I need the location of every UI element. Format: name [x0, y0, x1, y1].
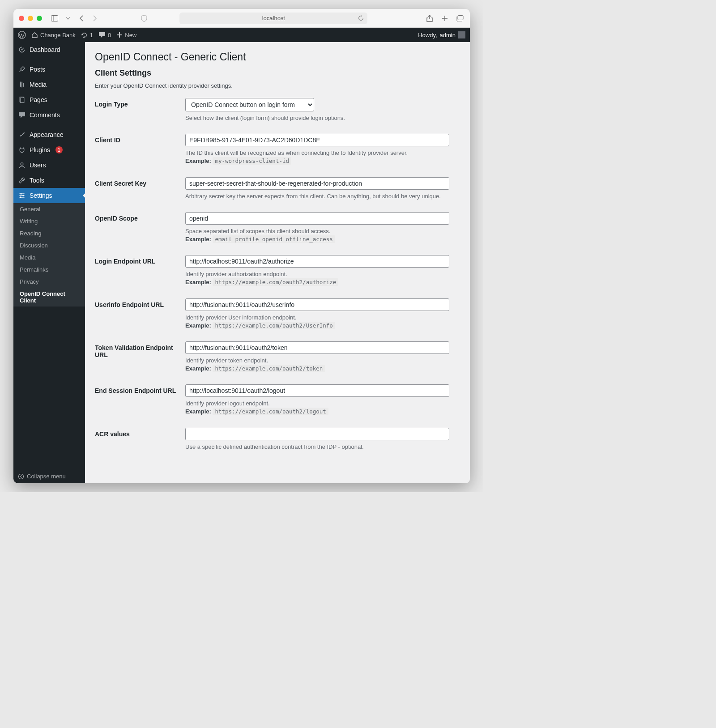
menu-label: Appearance: [30, 131, 64, 138]
menu-comments[interactable]: Comments: [13, 107, 85, 123]
token-endpoint-input[interactable]: [185, 341, 449, 354]
shield-icon[interactable]: [140, 14, 149, 23]
login-endpoint-input[interactable]: [185, 255, 449, 268]
wp-logo-icon[interactable]: [18, 31, 26, 39]
submenu-general[interactable]: General: [13, 203, 85, 215]
menu-dashboard[interactable]: Dashboard: [13, 42, 85, 57]
submenu-permalinks[interactable]: Permalinks: [13, 264, 85, 276]
svg-line-5: [22, 48, 24, 50]
menu-pages[interactable]: Pages: [13, 92, 85, 107]
menu-appearance[interactable]: Appearance: [13, 127, 85, 142]
page-title: OpenID Connect - Generic Client: [95, 51, 460, 63]
menu-label: Comments: [30, 111, 60, 119]
svg-point-7: [23, 86, 24, 87]
submenu-openid-connect-client[interactable]: OpenID Connect Client: [13, 288, 85, 307]
help-login-endpoint: Identify provider authorization endpoint…: [185, 270, 460, 286]
plug-icon: [18, 146, 26, 154]
share-icon[interactable]: [425, 14, 434, 23]
url-bar[interactable]: localhost: [179, 13, 367, 24]
close-window-button[interactable]: [19, 16, 24, 21]
label-client-id: Client ID: [95, 134, 180, 144]
submenu-discussion[interactable]: Discussion: [13, 239, 85, 251]
menu-label: Pages: [30, 96, 47, 103]
menu-label: Posts: [30, 66, 45, 73]
menu-media[interactable]: Media: [13, 77, 85, 92]
svg-point-10: [21, 163, 23, 166]
forward-button[interactable]: [90, 14, 99, 23]
new-label: New: [125, 32, 136, 38]
menu-settings[interactable]: Settings: [13, 188, 85, 203]
svg-rect-2: [458, 15, 463, 20]
userinfo-endpoint-input[interactable]: [185, 298, 449, 311]
menu-users[interactable]: Users: [13, 158, 85, 173]
openid-scope-input[interactable]: [185, 212, 449, 225]
collapse-icon: [18, 473, 24, 480]
howdy-prefix: Howdy,: [418, 32, 437, 38]
svg-rect-14: [21, 193, 21, 194]
account-link[interactable]: Howdy, admin: [418, 31, 465, 38]
tabs-overview-icon[interactable]: [456, 14, 465, 23]
acr-values-input[interactable]: [185, 428, 449, 440]
media-icon: [18, 81, 26, 89]
new-content-link[interactable]: New: [116, 32, 136, 38]
comments-link[interactable]: 0: [98, 32, 111, 38]
submenu-privacy[interactable]: Privacy: [13, 276, 85, 288]
menu-label: Settings: [30, 192, 52, 199]
field-login-endpoint: Login Endpoint URL Identify provider aut…: [95, 255, 460, 286]
wp-content: OpenID Connect - Generic Client Client S…: [85, 42, 470, 483]
help-openid-scope: Space separated list of scopes this clie…: [185, 227, 460, 243]
section-title: Client Settings: [95, 68, 460, 78]
menu-label: Tools: [30, 177, 44, 184]
menu-label: Dashboard: [30, 46, 60, 53]
label-login-endpoint: Login Endpoint URL: [95, 255, 180, 265]
help-end-session-endpoint: Identify provider logout endpoint. Examp…: [185, 400, 460, 416]
wrench-icon: [18, 176, 26, 184]
collapse-menu-button[interactable]: Collapse menu: [13, 469, 85, 483]
client-id-input[interactable]: [185, 134, 449, 146]
label-login-type: Login Type: [95, 98, 180, 108]
client-secret-input[interactable]: [185, 177, 449, 190]
menu-label: Users: [30, 162, 46, 169]
zoom-window-button[interactable]: [37, 16, 42, 21]
plus-icon: [116, 32, 123, 38]
field-acr-values: ACR values Use a specific defined authen…: [95, 428, 460, 451]
submenu-reading[interactable]: Reading: [13, 227, 85, 239]
help-login-type: Select how the client (login form) shoul…: [185, 114, 460, 122]
label-acr-values: ACR values: [95, 428, 180, 438]
svg-point-6: [20, 81, 21, 82]
label-openid-scope: OpenID Scope: [95, 212, 180, 222]
section-desc: Enter your OpenID Connect identity provi…: [95, 82, 460, 89]
sidebar-toggle-button[interactable]: [50, 14, 59, 23]
back-button[interactable]: [77, 14, 86, 23]
toolbar-dropdown-icon[interactable]: [64, 14, 72, 23]
field-openid-scope: OpenID Scope Space separated list of sco…: [95, 212, 460, 243]
submenu-writing[interactable]: Writing: [13, 215, 85, 227]
refresh-icon[interactable]: [358, 15, 364, 21]
browser-window: localhost Change Bank 1 0 New: [13, 9, 470, 483]
label-end-session-endpoint: End Session Endpoint URL: [95, 384, 180, 394]
traffic-lights: [19, 16, 42, 21]
submenu-media[interactable]: Media: [13, 251, 85, 264]
end-session-endpoint-input[interactable]: [185, 384, 449, 397]
label-userinfo-endpoint: Userinfo Endpoint URL: [95, 298, 180, 308]
browser-toolbar: localhost: [13, 9, 470, 28]
menu-posts[interactable]: Posts: [13, 62, 85, 77]
howdy-user: admin: [440, 32, 456, 38]
home-icon: [31, 32, 38, 38]
menu-plugins[interactable]: Plugins 1: [13, 142, 85, 158]
new-tab-icon[interactable]: [440, 14, 449, 23]
pin-icon: [18, 65, 26, 73]
svg-rect-15: [23, 195, 24, 196]
user-icon: [18, 161, 26, 169]
minimize-window-button[interactable]: [28, 16, 33, 21]
login-type-select[interactable]: OpenID Connect button on login form: [185, 98, 314, 111]
updates-link[interactable]: 1: [81, 32, 93, 38]
site-link[interactable]: Change Bank: [31, 32, 76, 38]
settings-submenu: General Writing Reading Discussion Media…: [13, 203, 85, 307]
svg-point-17: [18, 474, 23, 479]
wp-admin-bar: Change Bank 1 0 New Howdy, admin: [13, 28, 470, 42]
help-userinfo-endpoint: Identify provider User information endpo…: [185, 314, 460, 330]
help-token-endpoint: Identify provider token endpoint. Exampl…: [185, 357, 460, 373]
brush-icon: [18, 131, 26, 139]
menu-tools[interactable]: Tools: [13, 173, 85, 188]
